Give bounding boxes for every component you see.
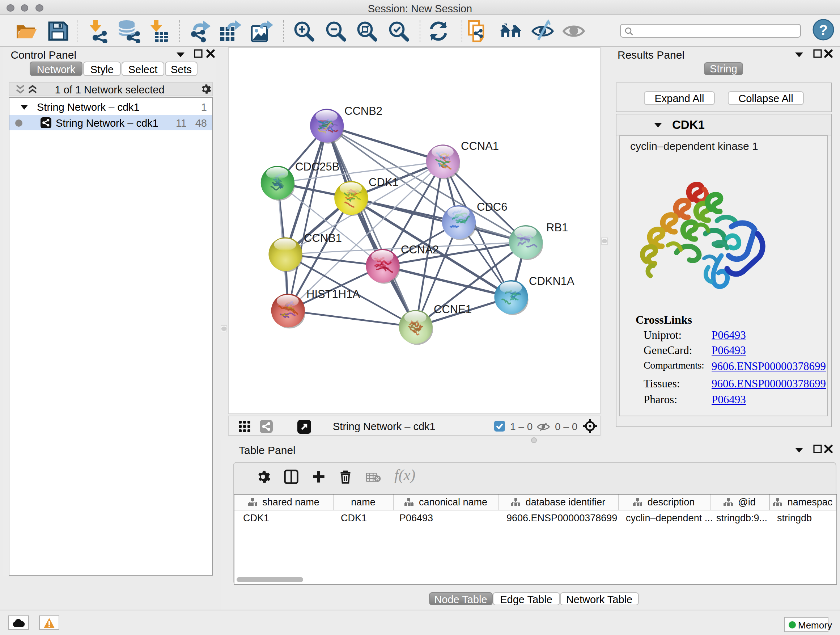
svg-text:RB1: RB1 (546, 221, 568, 233)
svg-text:CCNB2: CCNB2 (344, 104, 382, 117)
svg-text:CDC6: CDC6 (477, 200, 507, 213)
svg-text:CCNA1: CCNA1 (461, 139, 499, 152)
svg-text:CDK1: CDK1 (369, 176, 399, 188)
svg-text:CCNB1: CCNB1 (304, 231, 342, 244)
svg-text:CDKN1A: CDKN1A (529, 274, 575, 287)
svg-text:CDC25B: CDC25B (295, 160, 339, 173)
svg-text:HIST1H1A: HIST1H1A (306, 287, 360, 300)
svg-text:CCNA2: CCNA2 (401, 243, 439, 256)
svg-text:CCNE1: CCNE1 (434, 302, 472, 315)
svg-text:?: ? (819, 22, 828, 38)
